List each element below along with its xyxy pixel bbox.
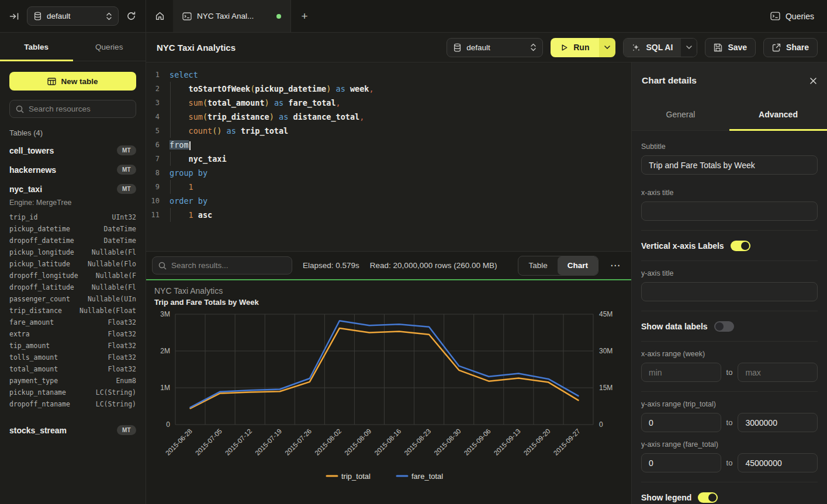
x-axis-title-input[interactable]	[641, 201, 818, 221]
column-row[interactable]: dropoff_datetimeDateTime	[9, 235, 136, 246]
x-axis-title-label: x-axis title	[641, 189, 818, 197]
y-range-fare-max-input[interactable]	[738, 453, 818, 472]
share-button[interactable]: Share	[763, 38, 818, 57]
chevron-down-icon	[686, 46, 692, 49]
code-text: nyc_taxi	[169, 152, 227, 166]
indent-guide	[170, 208, 171, 222]
y-range-fare-min-input[interactable]	[641, 453, 721, 472]
tab-advanced[interactable]: Advanced	[729, 99, 827, 130]
x-range-min-input[interactable]	[641, 363, 721, 382]
column-type: Nullable(Fl	[92, 248, 136, 256]
sql-ai-label: SQL AI	[646, 43, 673, 52]
close-panel-button[interactable]	[809, 77, 817, 85]
sql-editor[interactable]: 1select2 toStartOfWeek(pickup_datetime) …	[146, 62, 631, 251]
show-data-labels-toggle[interactable]	[714, 321, 734, 332]
column-row[interactable]: pickup_ntanameLC(String)	[9, 387, 136, 398]
run-button[interactable]: Run	[551, 38, 599, 57]
view-toggle-table[interactable]: Table	[518, 256, 557, 275]
column-row[interactable]: extraFloat32	[9, 328, 136, 340]
column-type: Float32	[108, 365, 136, 373]
resource-search-input[interactable]	[29, 105, 130, 113]
topbar-left: default	[0, 0, 146, 32]
column-row[interactable]: pickup_datetimeDateTime	[9, 223, 136, 235]
tables-section-label: Tables (4)	[0, 118, 146, 141]
collapse-sidebar-button[interactable]	[9, 12, 19, 20]
column-row[interactable]: total_amountFloat32	[9, 363, 136, 375]
column-type: Nullable(Flo	[88, 260, 136, 268]
to-label: to	[726, 458, 733, 467]
column-row[interactable]: trip_distanceNullable(Float	[9, 305, 136, 317]
tab-tables[interactable]: Tables	[0, 33, 73, 61]
terminal-icon	[770, 12, 780, 20]
x-axis-tick: 2015-08-09	[343, 427, 372, 457]
chart-details-body: Subtitle x-axis title Vertical x-axis La…	[632, 131, 827, 503]
database-select[interactable]: default	[27, 6, 119, 26]
toolbar-database-select[interactable]: default	[447, 38, 543, 57]
editor-line: 3 sum(total_amount) as fare_total,	[146, 96, 631, 110]
table-row-cell-towers[interactable]: cell_towers MT	[0, 141, 146, 160]
view-toggle-chart[interactable]: Chart	[558, 256, 598, 275]
line-number: 4	[146, 110, 165, 124]
column-name: dropoff_latitude	[9, 283, 74, 291]
divider	[641, 230, 818, 231]
tab-nyc-taxi-analytics[interactable]: NYC Taxi Anal...	[173, 0, 291, 32]
subtitle-input[interactable]	[641, 155, 818, 175]
column-row[interactable]: dropoff_latitudeNullable(Fl	[9, 281, 136, 293]
column-row[interactable]: trip_idUInt32	[9, 211, 136, 223]
engine-badge: MT	[117, 425, 136, 435]
new-table-button[interactable]: New table	[9, 72, 136, 91]
table-row-stocks-stream[interactable]: stocks_stream MT	[0, 420, 146, 440]
show-legend-toggle[interactable]	[698, 492, 718, 503]
column-row[interactable]: payment_typeEnum8	[9, 375, 136, 387]
table-row-hackernews[interactable]: hackernews MT	[0, 160, 146, 179]
column-row[interactable]: pickup_latitudeNullable(Flo	[9, 258, 136, 270]
refresh-button[interactable]	[126, 11, 136, 21]
x-range-max-input[interactable]	[738, 363, 818, 382]
legend-item-fare_total[interactable]: fare_total	[397, 472, 443, 481]
sql-ai-button[interactable]: SQL AI	[624, 39, 681, 57]
queries-button[interactable]: Queries	[770, 12, 814, 21]
code-text: 1	[169, 180, 193, 194]
run-options-button[interactable]	[599, 38, 615, 57]
home-button[interactable]	[146, 0, 173, 32]
column-row[interactable]: tip_amountFloat32	[9, 340, 136, 352]
y-axis-title-input[interactable]	[641, 282, 818, 301]
x-axis-tick: 2015-09-20	[523, 427, 552, 457]
code-text: from	[169, 138, 191, 152]
column-row[interactable]: dropoff_ntanameLC(String)	[9, 398, 136, 410]
column-name: fare_amount	[9, 318, 54, 326]
column-row[interactable]: pickup_longitudeNullable(Fl	[9, 246, 136, 258]
column-row[interactable]: dropoff_longitudeNullable(F	[9, 270, 136, 281]
show-legend-row: Show legend	[641, 492, 818, 503]
table-row-nyc-taxi[interactable]: nyc_taxi MT	[0, 179, 146, 199]
y-range-trip-min-input[interactable]	[641, 413, 721, 432]
svg-text:2015-07-05: 2015-07-05	[194, 427, 223, 457]
code-text: 1 asc	[169, 208, 212, 222]
column-row[interactable]: passenger_countNullable(UIn	[9, 293, 136, 305]
toolbar-database-value: default	[466, 43, 525, 52]
column-name: extra	[9, 330, 30, 338]
column-name: total_amount	[9, 365, 58, 373]
database-select-value: default	[47, 12, 101, 20]
svg-text:fare_total: fare_total	[411, 472, 443, 481]
column-type: Float32	[108, 330, 136, 338]
vertical-x-labels-toggle[interactable]	[731, 241, 750, 251]
new-tab-button[interactable]: +	[291, 0, 318, 32]
y-range-trip-max-input[interactable]	[738, 413, 818, 432]
save-button[interactable]: Save	[705, 38, 756, 57]
more-options-button[interactable]: ⋯	[609, 259, 622, 272]
sql-ai-options-button[interactable]	[681, 39, 697, 57]
unsaved-indicator-dot	[276, 14, 281, 19]
tab-general[interactable]: General	[632, 99, 729, 130]
sql-ai-button-group: SQL AI	[623, 38, 697, 57]
indent-guide	[170, 152, 171, 166]
column-row[interactable]: fare_amountFloat32	[9, 317, 136, 328]
legend-item-trip_total[interactable]: trip_total	[327, 472, 371, 481]
column-row[interactable]: tolls_amountFloat32	[9, 352, 136, 363]
save-icon	[714, 43, 722, 52]
results-search-input[interactable]	[171, 261, 286, 270]
column-name: dropoff_longitude	[9, 272, 78, 280]
x-range-label: x-axis range (week)	[641, 350, 818, 358]
svg-text:2015-09-20: 2015-09-20	[523, 427, 552, 457]
tab-queries[interactable]: Queries	[73, 33, 146, 61]
